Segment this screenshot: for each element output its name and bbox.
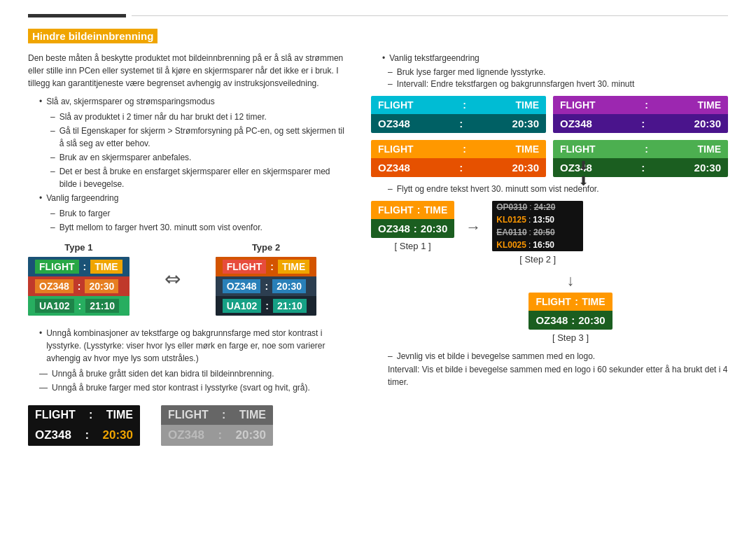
dash-2-1: Bruk to farger: [50, 207, 350, 220]
black-board: FLIGHT : TIME OZ348 : 20:30: [28, 405, 140, 446]
text-color-dash1: Bruk lyse farger med lignende lysstyrke.: [388, 67, 728, 77]
left-column: Den beste måten å beskytte produktet mot…: [28, 52, 350, 446]
moving-logo-detail: Intervall: Vis et bilde i bevegelse samm…: [388, 363, 728, 388]
type1-colon-tag: :: [83, 261, 87, 272]
type1-board: FLIGHT : TIME OZ348 : 20:30 UA102 : 21:1…: [28, 257, 130, 316]
black-board-header: FLIGHT : TIME: [28, 405, 140, 425]
type2-label: Type 2: [216, 242, 317, 253]
type1-oz-val: 20:30: [85, 279, 118, 293]
right-column: Vanlig tekstfargeendring Bruk lyse farge…: [371, 52, 728, 446]
type2-ua-val: 21:10: [273, 299, 307, 313]
step1-section: FLIGHT : TIME OZ348 : 20:30 [ Step 1 ]: [371, 201, 454, 251]
type2-row1: OZ348 : 20:30: [216, 276, 317, 296]
steps-row: FLIGHT : TIME OZ348 : 20:30 [ Step 1 ] →: [371, 201, 728, 265]
light-bar: [132, 15, 728, 16]
gray-board-data: OZ348 : 20:30: [161, 425, 273, 446]
type1-oz-tag: OZ348: [35, 279, 74, 293]
step2-label: [ Step 2 ]: [519, 254, 556, 265]
moving-text-note: Flytt og endre tekst hvert 30. minutt so…: [388, 184, 728, 194]
step3-board: FLIGHT : TIME OZ348 : 20:30: [528, 293, 612, 330]
bullet-1: Slå av, skjermsparer og strømsparingsmod…: [39, 95, 350, 108]
step2-row1: OP0310 : 24:20: [492, 201, 583, 213]
type2-colon-tag: :: [270, 261, 274, 272]
board-purple-data: OZ348 : 20:30: [553, 114, 728, 133]
text-color-dash2: Intervall: Endre tekstfargen og bakgrunn…: [388, 79, 728, 89]
step2-row3: EA0110 : 20:50: [492, 226, 583, 239]
type2-row2: UA102 : 21:10: [216, 296, 317, 316]
text-color-note: Vanlig tekstfargeendring: [382, 52, 728, 64]
step3-data: OZ348 : 20:30: [528, 311, 612, 330]
step2-to-step3-arrow: ↓: [413, 272, 728, 290]
board-green-header: FLIGHT : TIME: [553, 140, 728, 158]
board-purple-header: FLIGHT : TIME: [553, 96, 728, 114]
black-board-data: OZ348 : 20:30: [28, 425, 140, 446]
bullet-2-text: Vanlig fargeendring: [46, 192, 118, 204]
step1-board: FLIGHT : TIME OZ348 : 20:30: [371, 201, 454, 238]
dash-1-1: Slå av produktet i 2 timer når du har br…: [50, 111, 350, 123]
step2-section: OP0310 : 24:20 KL0125 : 13:50 EA0110 : 2…: [492, 201, 583, 265]
type1-section: Type 1 FLIGHT : TIME OZ348 : 20:30 UA102: [28, 242, 130, 316]
avoid-note: Unngå kombinasjoner av tekstfarge og bak…: [39, 327, 350, 365]
step1-label: [ Step 1 ]: [395, 241, 431, 251]
dash-1-2: Gå til Egenskaper for skjerm > Strømfors…: [50, 125, 350, 150]
step2-board: OP0310 : 24:20 KL0125 : 13:50 EA0110 : 2…: [492, 201, 583, 251]
type2-board: FLIGHT : TIME OZ348 : 20:30 UA102 : 21:1…: [216, 257, 317, 316]
top-rule: [28, 14, 728, 17]
type2-flight-tag: FLIGHT: [223, 260, 267, 274]
down-arrows: ⬇ ⬇: [578, 159, 589, 189]
step1-to-step2-arrow: →: [465, 218, 481, 237]
bullet-2: Vanlig fargeendring: [39, 192, 350, 204]
step1-data: OZ348 : 20:30: [371, 219, 454, 238]
board-orange-data: OZ348 : 20:30: [371, 158, 546, 177]
type2-section: Type 2 FLIGHT : TIME OZ348 : 20:30 UA102: [216, 242, 317, 316]
step3-header: FLIGHT : TIME: [528, 293, 612, 311]
types-row: Type 1 FLIGHT : TIME OZ348 : 20:30 UA102: [28, 242, 350, 316]
dash-2-2: Bytt mellom to farger hvert 30. minutt s…: [50, 221, 350, 234]
moving-logo-note: Jevnlig vis et bilde i bevegelse sammen …: [388, 351, 728, 361]
board-orange: FLIGHT : TIME OZ348 : 20:30: [371, 140, 546, 177]
board-purple: FLIGHT : TIME OZ348 : 20:30: [553, 96, 728, 133]
bullet-1-text: Slå av, skjermsparer og strømsparingsmod…: [46, 95, 215, 108]
step2-row2: KL0125 : 13:50: [492, 213, 583, 226]
dash-1-3: Bruk av en skjermsparer anbefales.: [50, 151, 350, 164]
type1-time-tag: TIME: [90, 260, 122, 274]
board-cyan-header: FLIGHT : TIME: [371, 96, 546, 114]
type1-flight-tag: FLIGHT: [35, 260, 79, 274]
two-col-layout: Den beste måten å beskytte produktet mot…: [28, 52, 728, 446]
type1-row1: OZ348 : 20:30: [28, 276, 130, 296]
type1-ua-val: 21:10: [85, 299, 119, 313]
type2-oz-tag: OZ348: [223, 279, 261, 293]
type2-ua-tag: UA102: [223, 299, 262, 313]
step3-section: FLIGHT : TIME OZ348 : 20:30 [ Step 3 ]: [413, 293, 728, 343]
gray-note-1: Unngå å bruke grått siden det kan bidra …: [39, 367, 350, 380]
board-orange-header: FLIGHT : TIME: [371, 140, 546, 158]
board-cyan: FLIGHT : TIME OZ348 : 20:30: [371, 96, 546, 133]
step2-row4: KL0025 : 16:50: [492, 239, 583, 251]
step3-label: [ Step 3 ]: [552, 332, 589, 343]
type1-ua-tag: UA102: [35, 299, 74, 313]
type1-row2: UA102 : 21:10: [28, 296, 130, 316]
bottom-boards: FLIGHT : TIME OZ348 : 20:30 FLIGHT : TIM…: [28, 405, 350, 446]
board-cyan-data: OZ348 : 20:30: [371, 114, 546, 133]
double-arrow: ⇔: [164, 267, 181, 290]
boards-4-grid: FLIGHT : TIME OZ348 : 20:30 FLIGHT : TIM…: [371, 96, 728, 177]
type2-header: FLIGHT : TIME: [216, 257, 317, 276]
gray-board-header: FLIGHT : TIME: [161, 405, 273, 425]
type1-header: FLIGHT : TIME: [28, 257, 130, 276]
type1-label: Type 1: [28, 242, 130, 253]
type2-time-tag: TIME: [278, 260, 309, 274]
section-title: Hindre bildeinnbrenning: [28, 29, 158, 43]
gray-note-2: Unngå å bruke farger med stor kontrast i…: [39, 381, 350, 394]
step1-header: FLIGHT : TIME: [371, 201, 454, 219]
dash-1-4: Det er best å bruke en ensfarget skjerms…: [50, 165, 350, 190]
type2-oz-val: 20:30: [272, 279, 306, 293]
dark-bar: [28, 14, 126, 17]
intro-paragraph: Den beste måten å beskytte produktet mot…: [28, 52, 350, 90]
gray-board: FLIGHT : TIME OZ348 : 20:30: [161, 405, 273, 446]
